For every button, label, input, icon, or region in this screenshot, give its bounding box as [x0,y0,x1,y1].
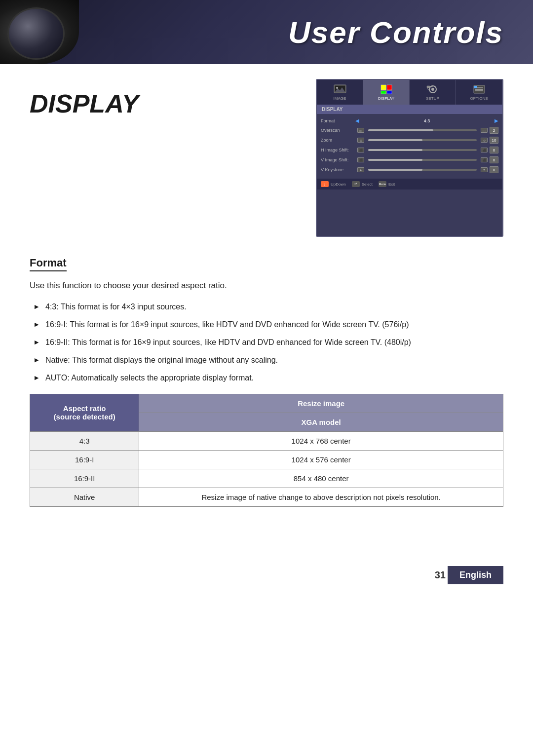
zoom-left-icon: ⊕ [357,138,364,143]
select-label: Select [362,182,373,187]
select-icon: ↵ [352,181,360,187]
zoom-right-icon: ⊙ [481,138,488,143]
bullet-item-3: 16:9-II: This format is for 16×9 input s… [35,337,503,348]
table-col2-header2: XGA model [139,413,503,431]
keystone-left-icon: ▲ [357,167,364,172]
format-bullet-list: 4:3: This format is for 4×3 input source… [30,301,503,384]
options-tab-label: OPTIONS [470,96,488,101]
setup-tab-label: SETUP [426,96,439,101]
format-arrow-right[interactable]: ▶ [495,118,498,123]
updown-label: UpDown [331,182,346,187]
keystone-value: 0 [490,166,498,173]
table-cell-aspect-2: 16:9-I [30,450,139,469]
main-content: DISPLAY IMAGE [0,64,533,536]
bullet-item-4: Native: This format displays the origina… [35,354,503,366]
osd-vshift-row: V Image Shift: ⬛ ⬛ 0 [317,155,502,165]
bullet-item-5: AUTO: Automatically selects the appropri… [35,372,503,384]
table-cell-resize-2: 1024 x 576 center [139,450,503,469]
overscan-value: 2 [490,127,498,134]
exit-icon: Menu [379,181,386,187]
page-title: User Controls [288,15,503,50]
bullet-item-1: 4:3: This format is for 4×3 input source… [35,301,503,313]
options-tab-icon [472,84,486,95]
format-arrow-left[interactable]: ◀ [355,118,359,123]
osd-bottom-bar: ↕ UpDown ↵ Select Menu Exit [317,179,502,189]
osd-format-label: Format [321,118,355,123]
osd-updown-control: ↕ UpDown [321,181,346,187]
bullet-item-2: 16:9-I: This format is for 16×9 input so… [35,319,503,331]
overscan-slider[interactable] [368,129,477,131]
svg-rect-6 [381,91,386,94]
osd-panel: IMAGE DISPLAY [316,79,503,237]
vshift-left-icon: ⬛ [357,157,364,162]
hshift-value: 0 [490,147,498,153]
display-tab-label: DISPLAY [378,96,394,101]
osd-keystone-row: V Keystone ▲ ▼ 0 [317,165,502,175]
exit-label: Exit [388,182,395,187]
format-intro: Use this function to choose your desired… [30,279,503,292]
table-cell-aspect-1: 4:3 [30,431,139,450]
osd-vshift-label: V Image Shift: [321,157,355,162]
vshift-value: 0 [490,156,498,163]
page-language: English [448,566,503,584]
osd-hshift-row: H Image Shift: ⬛ ⬛ 0 [317,145,502,155]
table-cell-aspect-4: Native [30,488,139,506]
hshift-right-icon: ⬛ [481,148,488,152]
osd-tab-setup[interactable]: SETUP [410,80,456,105]
image-tab-label: IMAGE [334,96,346,101]
lens-decoration [0,0,79,64]
keystone-slider[interactable] [368,169,477,171]
zoom-value: 10 [490,137,498,144]
svg-point-9 [431,88,434,91]
format-heading: Format [30,257,67,271]
display-section-label: DISPLAY [30,89,139,118]
image-tab-icon [333,84,347,95]
aspect-table: Aspect ratio (source detected) Resize im… [30,394,503,507]
overscan-left-icon: ◫ [357,128,364,133]
table-row-4: Native Resize image of native change to … [30,488,503,506]
page-footer: 31 English [0,556,533,594]
svg-rect-4 [381,85,386,90]
page-number: 31 [435,569,446,581]
osd-overscan-row: Overscan ◫ ◫ 2 [317,125,502,135]
hshift-slider[interactable] [368,149,477,151]
table-cell-resize-3: 854 x 480 center [139,469,503,488]
svg-rect-17 [474,86,477,88]
osd-format-row: Format ◀ 4:3 ▶ [317,116,502,125]
format-section: Format Use this function to choose your … [30,252,503,507]
osd-section: DISPLAY IMAGE [30,79,503,237]
hshift-left-icon: ⬛ [357,148,364,152]
vshift-slider[interactable] [368,159,477,161]
table-col2-header1: Resize image [139,394,503,413]
osd-hshift-label: H Image Shift: [321,148,355,152]
svg-rect-10 [427,86,430,88]
setup-tab-icon [426,84,440,95]
zoom-slider[interactable] [368,139,477,141]
osd-select-control: ↵ Select [352,181,373,187]
osd-tab-display[interactable]: DISPLAY [363,80,410,105]
osd-zoom-label: Zoom [321,138,355,143]
svg-rect-5 [387,85,392,90]
osd-rows: Format ◀ 4:3 ▶ Overscan ◫ ◫ 2 [317,114,502,177]
table-cell-resize-1: 1024 x 768 center [139,431,503,450]
updown-icon: ↕ [321,181,329,187]
svg-point-3 [336,87,338,89]
osd-section-header: DISPLAY [317,105,502,114]
vshift-right-icon: ⬛ [481,157,488,162]
osd-tabs: IMAGE DISPLAY [317,80,502,105]
osd-exit-control: Menu Exit [379,181,395,187]
osd-overscan-label: Overscan [321,128,355,133]
table-row-3: 16:9-II 854 x 480 center [30,469,503,488]
page-header: User Controls [0,0,533,64]
osd-tab-options[interactable]: OPTIONS [456,80,502,105]
display-tab-icon [380,84,393,95]
format-value: 4:3 [361,118,493,123]
table-col1-header: Aspect ratio (source detected) [30,394,139,431]
osd-zoom-row: Zoom ⊕ ⊙ 10 [317,135,502,145]
table-row-1: 4:3 1024 x 768 center [30,431,503,450]
table-cell-resize-4: Resize image of native change to above d… [139,488,503,506]
osd-keystone-label: V Keystone [321,167,355,172]
osd-tab-image[interactable]: IMAGE [317,80,363,105]
table-cell-aspect-3: 16:9-II [30,469,139,488]
keystone-right-icon: ▼ [481,167,488,172]
